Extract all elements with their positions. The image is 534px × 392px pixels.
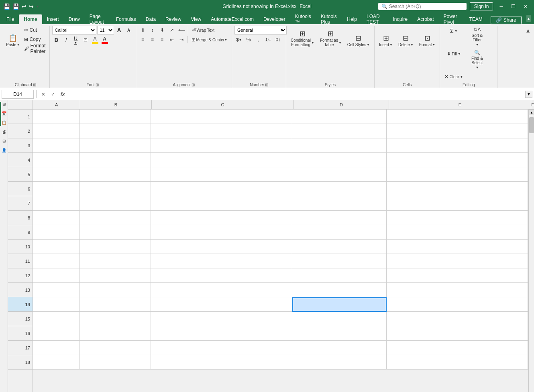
scroll-up-button[interactable]: ▲ [529,110,534,115]
col-header-F[interactable]: F [531,100,534,109]
row-header-15[interactable]: 15 [8,312,33,326]
cell-A16[interactable] [33,326,80,341]
clipboard-expand-icon[interactable]: ⊞ [33,83,36,87]
right-align-button[interactable]: ≡ [158,35,167,44]
cell-E10[interactable] [387,240,528,254]
row-header-12[interactable]: 12 [8,268,33,283]
minimize-button[interactable]: ─ [496,3,506,10]
indent-increase-button[interactable]: ⇥ [177,35,186,44]
row-header-8[interactable]: 8 [8,211,33,225]
cell-C3[interactable] [151,138,292,153]
cell-C12[interactable] [151,268,292,283]
italic-button[interactable]: I [62,35,71,44]
cell-D17[interactable] [292,341,387,355]
cell-styles-button[interactable]: ⊟ Cell Styles ▼ [345,26,372,49]
cell-A11[interactable] [33,254,80,268]
font-name-select[interactable]: Calibri [52,26,96,35]
cell-C16[interactable] [151,326,292,341]
fill-color-button[interactable]: A [91,35,100,44]
font-expand-icon[interactable]: ⊞ [96,83,99,87]
cell-E3[interactable] [387,138,528,153]
cell-B17[interactable] [80,341,151,355]
row-header-6[interactable]: 6 [8,182,33,196]
cell-F2[interactable] [528,124,528,138]
cell-E13[interactable] [387,283,528,297]
left-align-button[interactable]: ≡ [139,35,147,44]
cell-E7[interactable] [387,196,528,211]
cell-E16[interactable] [387,326,528,341]
cell-A13[interactable] [33,283,80,297]
redo-icon[interactable]: ↪ [29,3,34,10]
cell-C1[interactable] [151,110,292,124]
row-header-14[interactable]: 14 [8,297,33,312]
scroll-thumb[interactable] [529,117,534,133]
cell-E2[interactable] [387,124,528,138]
cell-A10[interactable] [33,240,80,254]
row-header-9[interactable]: 9 [8,225,33,240]
cell-B11[interactable] [80,254,151,268]
cell-E6[interactable] [387,182,528,196]
share-button[interactable]: 🔗 Share [491,16,522,24]
enter-formula-button[interactable]: ✓ [49,90,57,99]
cell-D9[interactable] [292,225,387,240]
increase-font-button[interactable]: A [115,26,124,35]
cell-D11[interactable] [292,254,387,268]
percent-button[interactable]: % [244,35,253,44]
tab-view[interactable]: View [186,14,206,24]
row-header-17[interactable]: 17 [8,341,33,355]
cell-B13[interactable] [80,283,151,297]
save-icon[interactable]: 💾 [12,3,19,10]
cell-D8[interactable] [292,211,387,225]
cell-D16[interactable] [292,326,387,341]
cell-D10[interactable] [292,240,387,254]
undo-icon[interactable]: ↩ [22,3,26,10]
cell-B14[interactable] [80,297,151,312]
row-header-11[interactable]: 11 [8,254,33,268]
cell-A12[interactable] [33,268,80,283]
tab-team[interactable]: TEAM [464,14,487,24]
accounting-button[interactable]: $ ▼ [234,35,243,44]
left-panel-icon5[interactable]: ⊟ [2,139,6,143]
cell-C9[interactable] [151,225,292,240]
row-header-4[interactable]: 4 [8,153,33,167]
indent-decrease-button[interactable]: ⇤ [167,35,176,44]
cancel-formula-button[interactable]: ✕ [39,90,48,99]
underline-button[interactable]: U ▼ [71,35,80,44]
insert-function-button[interactable]: fx [58,90,67,99]
cell-E12[interactable] [387,268,528,283]
cell-A18[interactable] [33,355,80,370]
bold-button[interactable]: B [52,35,61,44]
cell-E14[interactable] [387,297,528,312]
tab-developer[interactable]: Developer [259,14,290,24]
quick-access-dropdown-icon[interactable]: ▼ [36,5,39,8]
cell-F5[interactable] [528,167,528,182]
copy-button[interactable]: ⊞ Copy [23,35,47,44]
cell-E15[interactable] [387,312,528,326]
cell-C10[interactable] [151,240,292,254]
cell-C18[interactable] [151,355,292,370]
cell-C7[interactable] [151,196,292,211]
cell-E1[interactable] [387,110,528,124]
cell-B5[interactable] [80,167,151,182]
cell-A4[interactable] [33,153,80,167]
tab-automateexcel[interactable]: AutomateExcel.com [206,14,259,24]
tab-power-pivot[interactable]: Power Pivot [438,14,464,24]
col-header-B[interactable]: B [80,100,151,109]
cell-A8[interactable] [33,211,80,225]
number-expand-icon[interactable]: ⊞ [265,83,268,87]
autosum-button[interactable]: Σ ▼ [442,26,465,36]
delete-cells-button[interactable]: ⊟ Delete ▼ [396,26,416,49]
bottom-align-button[interactable]: ⬇ [158,26,167,35]
cell-F10[interactable] [528,240,528,254]
tab-help[interactable]: Help [342,14,362,24]
cell-A1[interactable] [33,110,80,124]
row-header-16[interactable]: 16 [8,326,33,341]
row-header-5[interactable]: 5 [8,167,33,182]
maximize-button[interactable]: ❐ [508,3,519,10]
wrap-text-button[interactable]: ⏎ Wrap Text [190,26,217,35]
select-all-button[interactable] [8,100,33,109]
cell-B15[interactable] [80,312,151,326]
cell-D1[interactable] [292,110,387,124]
cell-E5[interactable] [387,167,528,182]
tab-data[interactable]: Data [141,14,161,24]
